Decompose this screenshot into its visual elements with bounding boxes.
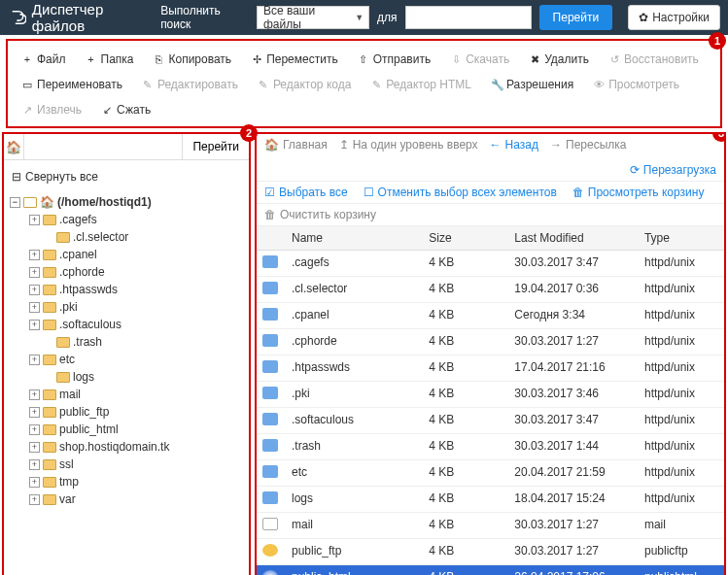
tool-icon: ↗ [21, 104, 33, 117]
cell-size: 4 KB [423, 460, 508, 486]
settings-button[interactable]: ✿Настройки [628, 5, 720, 30]
tree-node[interactable]: +.cagefs [8, 211, 245, 228]
app-title: Диспетчер файлов [32, 1, 153, 34]
folder-icon [43, 424, 56, 435]
toggle-icon[interactable]: + [29, 355, 40, 365]
toggle-icon[interactable]: + [29, 250, 40, 260]
tool-отправить[interactable]: ⇧Отправить [348, 47, 441, 72]
for-label: для [377, 11, 398, 24]
toggle-icon[interactable]: + [29, 285, 40, 295]
crumb-reload[interactable]: ⟳Перезагрузка [630, 163, 716, 177]
deselect-all[interactable]: ☐Отменить выбор всех элементов [364, 186, 557, 199]
file-panel: 3 🏠Главная ↥На один уровень вверх ←Назад… [255, 132, 726, 575]
tool-папка[interactable]: +Папка [76, 47, 144, 72]
search-input[interactable] [405, 6, 532, 29]
tool-icon: ⇧ [358, 53, 369, 66]
cell-type: httpd/unix [639, 382, 724, 407]
tree-node[interactable]: +public_ftp [8, 403, 245, 421]
tool-удалить[interactable]: ✖Удалить [519, 47, 599, 72]
toggle-icon[interactable]: + [29, 494, 40, 505]
tree-path-input[interactable] [24, 134, 182, 159]
tree-node[interactable]: +public_html [8, 421, 245, 438]
tool-разрешения[interactable]: 🔧Разрешения [481, 72, 583, 97]
crumb-forward[interactable]: →Пересылка [550, 138, 626, 152]
tree-node[interactable]: +.softaculous [8, 316, 245, 333]
folder-icon [43, 459, 56, 470]
cell-type: httpd/unix [639, 355, 724, 381]
tree-node[interactable]: +var [8, 490, 245, 508]
table-row[interactable]: mail4 KB30.03.2017 1:27mail [257, 513, 724, 539]
col-name[interactable]: Name [286, 226, 423, 250]
crumb-home[interactable]: 🏠Главная [264, 138, 328, 152]
tool-переименовать[interactable]: ▭Переименовать [12, 72, 132, 97]
search-go-button[interactable]: Перейти [539, 5, 613, 30]
tree-node[interactable]: +ssl [8, 456, 245, 473]
table-row[interactable]: .trash4 KB30.03.2017 1:44httpd/unix [257, 434, 724, 460]
table-row[interactable]: public_html4 KB26.04.2017 17:06publichtm… [257, 565, 724, 575]
table-row[interactable]: .htpasswds4 KB17.04.2017 21:16httpd/unix [257, 355, 724, 382]
collapse-all[interactable]: ⊟ Свернуть все [4, 160, 249, 193]
table-row[interactable]: etc4 KB20.04.2017 21:59httpd/unix [257, 460, 724, 487]
tree-node[interactable]: +shop.hostiqdomain.tk [8, 438, 245, 456]
toggle-icon[interactable]: − [10, 197, 20, 208]
folder-icon [262, 387, 278, 399]
folder-icon [43, 494, 56, 505]
tool-файл[interactable]: +Файл [12, 47, 76, 72]
tool-сжать[interactable]: ↙Сжать [91, 97, 160, 122]
view-trash[interactable]: 🗑Просмотреть корзину [572, 186, 705, 199]
toggle-icon[interactable]: + [29, 215, 40, 225]
cell-size: 4 KB [423, 329, 508, 355]
tree-node[interactable]: +.htpasswds [8, 281, 245, 298]
tool-icon: + [86, 53, 97, 65]
table-row[interactable]: .cpanel4 KBСегодня 3:34httpd/unix [257, 303, 724, 329]
toggle-icon[interactable]: + [29, 407, 40, 418]
back-icon: ← [490, 138, 502, 152]
table-row[interactable]: .pki4 KB30.03.2017 3:46httpd/unix [257, 382, 724, 408]
table-row[interactable]: .cl.selector4 KB19.04.2017 0:36httpd/uni… [257, 277, 724, 303]
tree-node[interactable]: .trash [8, 333, 245, 351]
table-row[interactable]: .softaculous4 KB30.03.2017 3:47httpd/uni… [257, 408, 724, 434]
tool-переместить[interactable]: ✢Переместить [241, 47, 348, 72]
table-row[interactable]: logs4 KB18.04.2017 15:24httpd/unix [257, 487, 724, 513]
table-row[interactable]: .cagefs4 KB30.03.2017 3:47httpd/unix [257, 251, 724, 277]
tool-редактировать: ✎Редактировать [132, 72, 248, 97]
tree-node[interactable]: .cl.selector [8, 228, 245, 246]
toggle-icon[interactable]: + [29, 477, 40, 488]
tree-root[interactable]: − 🏠 (/home/hostiqd1) [8, 193, 245, 211]
col-modified[interactable]: Last Modified [508, 226, 639, 250]
brand: Диспетчер файлов [8, 1, 153, 34]
toggle-icon[interactable]: + [29, 459, 40, 470]
cell-size: 4 KB [423, 382, 508, 407]
toggle-icon[interactable]: + [29, 442, 40, 453]
tree-node[interactable]: +etc [8, 351, 245, 368]
toggle-icon[interactable]: + [29, 320, 40, 330]
topbar: Диспетчер файлов Выполнить поиск Все ваш… [0, 0, 728, 35]
tree-home-button[interactable]: 🏠 [4, 134, 24, 159]
crumb-back[interactable]: ←Назад [490, 138, 538, 152]
tree-node[interactable]: +.cpanel [8, 246, 245, 263]
col-size[interactable]: Size [423, 226, 508, 250]
tree-node[interactable]: logs [8, 368, 245, 386]
tree-go-button[interactable]: Перейти [182, 134, 249, 159]
cell-modified: 17.04.2017 21:16 [508, 355, 639, 381]
crumb-up[interactable]: ↥На один уровень вверх [339, 138, 478, 152]
tree-node[interactable]: +.pki [8, 298, 245, 316]
toggle-icon[interactable]: + [29, 302, 40, 313]
scope-select[interactable]: Все ваши файлы [257, 6, 369, 29]
tool-восстановить: ↺Восстановить [599, 47, 709, 72]
folder-icon [56, 372, 70, 383]
toggle-icon[interactable]: + [29, 389, 40, 400]
toggle-icon[interactable]: + [29, 267, 40, 278]
tree-node[interactable]: +.cphorde [8, 263, 245, 281]
folder-icon [56, 337, 70, 348]
tree-node[interactable]: +mail [8, 386, 245, 403]
empty-trash[interactable]: 🗑Очистить корзину [264, 208, 716, 221]
tool-копировать[interactable]: ⎘Копировать [144, 47, 242, 72]
table-row[interactable]: public_ftp4 KB30.03.2017 1:27publicftp [257, 539, 724, 565]
select-all[interactable]: ☑Выбрать все [264, 186, 348, 199]
toggle-icon[interactable]: + [29, 424, 40, 435]
tree-node[interactable]: +tmp [8, 473, 245, 490]
folder-icon [262, 334, 278, 347]
col-type[interactable]: Type [639, 226, 724, 250]
table-row[interactable]: .cphorde4 KB30.03.2017 1:27httpd/unix [257, 329, 724, 355]
